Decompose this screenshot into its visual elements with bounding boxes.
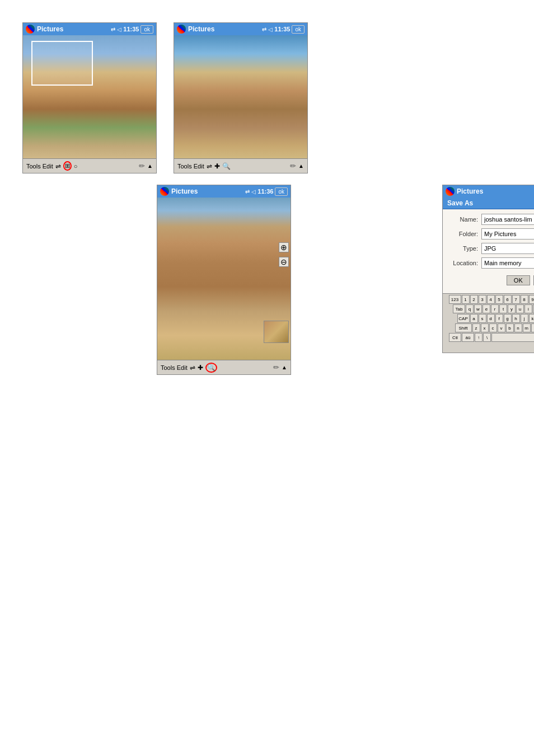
- ok-button-2[interactable]: ok: [292, 25, 305, 34]
- key-b[interactable]: b: [506, 323, 514, 332]
- key-6[interactable]: 6: [504, 295, 512, 304]
- keyboard-row-3: CAP a s d f g h j k l ; ': [444, 314, 534, 323]
- folder-label: Folder:: [447, 231, 478, 237]
- photo-area-3[interactable]: ⊕ ⊖: [157, 198, 291, 360]
- key-t[interactable]: t: [499, 304, 507, 313]
- zoom-in-right-icon[interactable]: ⊕: [279, 242, 289, 252]
- speaker-icon-1: ◁: [117, 26, 121, 32]
- dialog-buttons: OK Cancel: [447, 272, 534, 289]
- zoom-icon-2[interactable]: 🔍: [222, 162, 231, 170]
- folder-row: Folder: My Pictures ▼: [447, 228, 534, 240]
- key-m[interactable]: m: [523, 323, 531, 332]
- key-n[interactable]: n: [514, 323, 522, 332]
- key-8[interactable]: 8: [521, 295, 528, 304]
- ok-button-3[interactable]: ok: [275, 187, 288, 196]
- location-select[interactable]: Main memory ▼: [481, 257, 534, 269]
- screen-4-wrapper: Pictures ⇄ ◁ 12:23 Save As Name:: [308, 185, 534, 375]
- key-123[interactable]: 123: [449, 295, 461, 304]
- type-select[interactable]: JPG ▼: [481, 243, 534, 254]
- key-2[interactable]: 2: [470, 295, 478, 304]
- pen-icon-2[interactable]: ✏: [290, 162, 296, 170]
- up-arrow-1[interactable]: ▲: [147, 163, 153, 169]
- key-s[interactable]: s: [479, 314, 486, 323]
- key-z[interactable]: z: [472, 323, 480, 332]
- key-d[interactable]: d: [487, 314, 495, 323]
- key-a[interactable]: a: [470, 314, 478, 323]
- key-i[interactable]: i: [524, 304, 532, 313]
- crop-selection[interactable]: [31, 41, 93, 86]
- key-f[interactable]: f: [495, 314, 503, 323]
- name-label: Name:: [447, 216, 478, 223]
- key-space[interactable]: [491, 333, 534, 342]
- speaker-icon-2: ◁: [268, 26, 273, 32]
- signal-icon-1: ⇄: [111, 26, 115, 32]
- key-x[interactable]: x: [481, 323, 489, 332]
- zoom-icon-highlighted-3[interactable]: 🔍: [205, 363, 217, 373]
- crop-icon-highlighted-1[interactable]: ⊞: [63, 161, 72, 171]
- name-input[interactable]: [481, 214, 534, 225]
- folder-select[interactable]: My Pictures ▼: [481, 228, 534, 240]
- pen-icon-3[interactable]: ✏: [273, 363, 279, 372]
- key-g[interactable]: g: [504, 314, 512, 323]
- move-icon-3[interactable]: ⇌: [190, 364, 195, 372]
- signal-icon-3: ⇄: [245, 189, 250, 195]
- ok-dialog-button[interactable]: OK: [507, 275, 530, 285]
- status-bar-2: Pictures ⇄ ◁ 11:35 ok: [174, 23, 307, 35]
- key-9[interactable]: 9: [529, 295, 535, 304]
- photo-area-1[interactable]: Tap inside to crop.: [23, 35, 156, 158]
- location-label: Location:: [447, 260, 478, 266]
- cross-icon-3[interactable]: ✚: [198, 364, 203, 372]
- key-up2[interactable]: ↑: [475, 333, 483, 342]
- key-4[interactable]: 4: [487, 295, 495, 304]
- key-c[interactable]: c: [489, 323, 497, 332]
- toolbar-label-2: Tools Edit: [177, 163, 204, 170]
- key-y[interactable]: y: [508, 304, 516, 313]
- photo-area-2[interactable]: [174, 35, 307, 158]
- ok-button-1[interactable]: ok: [140, 25, 153, 34]
- key-7[interactable]: 7: [512, 295, 520, 304]
- type-row: Type: JPG ▼: [447, 243, 534, 254]
- up-arrow-2[interactable]: ▲: [298, 163, 304, 169]
- pen-icon-1[interactable]: ✏: [139, 162, 145, 170]
- key-u[interactable]: u: [516, 304, 524, 313]
- key-v[interactable]: v: [498, 323, 505, 332]
- key-j[interactable]: j: [521, 314, 528, 323]
- key-w[interactable]: w: [474, 304, 482, 313]
- circle-icon-1[interactable]: ○: [74, 163, 78, 170]
- name-row: Name:: [447, 214, 534, 225]
- key-5[interactable]: 5: [495, 295, 503, 304]
- move-icon-1[interactable]: ⇌: [55, 162, 61, 170]
- key-k[interactable]: k: [529, 314, 535, 323]
- key-3[interactable]: 3: [479, 295, 486, 304]
- key-shift[interactable]: Shift: [455, 323, 472, 332]
- key-1[interactable]: 1: [462, 295, 470, 304]
- key-h[interactable]: h: [512, 314, 520, 323]
- key-q[interactable]: q: [466, 304, 474, 313]
- time-3: 11:36: [257, 188, 273, 195]
- key-tab[interactable]: Tab: [453, 304, 465, 313]
- virtual-keyboard: 123 1 2 3 4 5 6 7 8 9 0 - = ← Tab: [443, 293, 534, 353]
- up-arrow-3[interactable]: ▲: [282, 364, 287, 370]
- move-icon-2[interactable]: ⇌: [207, 162, 212, 170]
- toolbar-3: Tools Edit ⇌ ✚ 🔍 ✏ ▲: [157, 360, 291, 374]
- toolbar-label-1: Tools Edit: [26, 163, 53, 170]
- keyboard-row-5: Ctl áü ↑ \ ↓ ↑ ← →: [444, 333, 534, 342]
- key-aiu[interactable]: áü: [462, 333, 474, 342]
- status-bar-3: Pictures ⇄ ◁ 11:36 ok: [157, 185, 291, 198]
- status-bar-1: Pictures ⇄ ◁ 11:35 ok: [23, 23, 156, 35]
- key-e[interactable]: e: [483, 304, 490, 313]
- thumbnail-image: [264, 321, 289, 343]
- key-ctl[interactable]: Ctl: [449, 333, 461, 342]
- key-r[interactable]: r: [491, 304, 499, 313]
- toolbar-1: Tools Edit ⇌ ⊞ ○ ✏ ▲: [23, 158, 156, 173]
- key-comma[interactable]: ,: [531, 323, 535, 332]
- move-cross-2[interactable]: ✚: [214, 162, 220, 170]
- key-cap[interactable]: CAP: [457, 314, 470, 323]
- signal-icon-2: ⇄: [262, 26, 266, 32]
- speaker-icon-3: ◁: [251, 189, 256, 195]
- zoom-out-right-icon[interactable]: ⊖: [279, 257, 289, 267]
- screen2-title: Pictures: [188, 25, 214, 33]
- key-backslash[interactable]: \: [483, 333, 491, 342]
- screen-2: Pictures ⇄ ◁ 11:35 ok Tools Edit ⇌ ✚ 🔍: [174, 22, 308, 173]
- keyboard-row-4: Shift z x c v b n m , . / ↵: [444, 323, 534, 332]
